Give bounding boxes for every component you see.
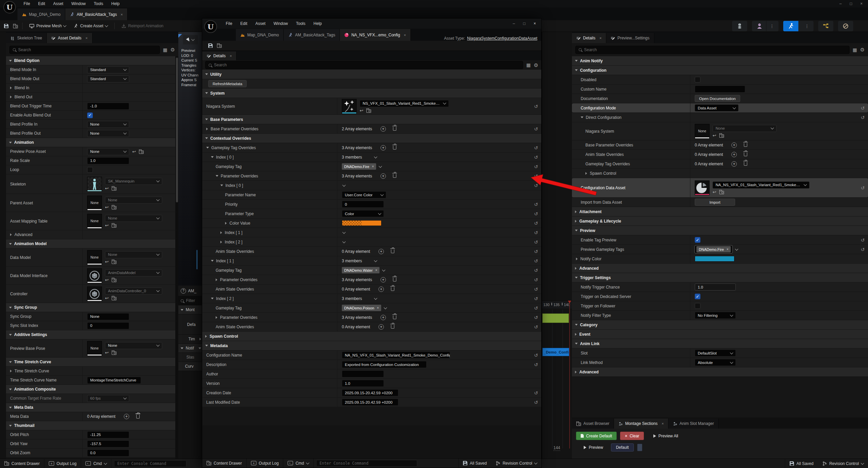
row-configuration-name[interactable]: Configuration NameNA_NS_VFX_01_Slash_Var… <box>202 351 541 360</box>
asset-thumbnail[interactable]: None <box>87 341 102 356</box>
row-gameplay-tag[interactable]: Gameplay TagDNADemo.Water×↺ <box>202 266 541 275</box>
collapse-arrow[interactable] <box>575 324 578 326</box>
collapse-arrow[interactable] <box>9 334 12 336</box>
preview-mesh-button[interactable]: Preview Mesh <box>27 22 68 30</box>
revision-control-button[interactable]: Revision Control <box>491 459 541 468</box>
add-array-element-icon[interactable]: + <box>380 145 386 150</box>
collapse-arrow[interactable] <box>575 69 578 71</box>
delete-array-icon[interactable] <box>744 162 747 166</box>
close-tab-icon[interactable]: × <box>661 421 663 426</box>
notify-event-bar[interactable]: _Demo_Confi <box>542 348 569 356</box>
reset-to-default-icon[interactable]: ↺ <box>534 296 538 301</box>
row-last-modified-date[interactable]: Last Modified Date2025.09.15-20.42.59 +0… <box>202 398 541 407</box>
collapse-arrow[interactable] <box>9 243 12 245</box>
row-preview-base-pose[interactable]: Preview Base PoseNoneNone↩ <box>6 340 175 357</box>
browse-to-asset-icon[interactable] <box>112 187 116 191</box>
row-blend-in[interactable]: Blend In <box>6 84 175 93</box>
use-selected-asset-icon[interactable]: ↩ <box>105 351 108 355</box>
delete-array-icon[interactable] <box>391 250 394 253</box>
expand-arrow[interactable] <box>575 371 577 373</box>
kebab-menu-icon[interactable]: ⋮ <box>770 24 774 28</box>
skeleton-mode-button[interactable] <box>732 21 747 31</box>
row-data-model-interface[interactable]: Data Model InterfaceAnimDataModel↩ <box>6 267 175 285</box>
expand-arrow[interactable] <box>575 333 577 336</box>
remove-tag-icon[interactable]: × <box>727 247 729 251</box>
section-event[interactable]: Event <box>572 330 868 339</box>
text-input[interactable]: -1.0 <box>87 103 129 110</box>
row-index-1[interactable]: Index [ 1 ]↺ <box>202 228 541 237</box>
expand-arrow[interactable] <box>585 172 587 175</box>
row-link-method[interactable]: Link MethodAbsolute <box>572 358 868 367</box>
collapse-arrow[interactable] <box>205 74 208 75</box>
minimize-button[interactable]: – <box>839 1 842 6</box>
section-animation[interactable]: Animation <box>6 138 175 147</box>
row-skeleton[interactable]: SkeletonSK_Mannequin↩ <box>6 174 175 194</box>
browse-to-asset-icon[interactable] <box>112 351 116 355</box>
section-sync-group[interactable]: Sync Group <box>6 303 175 312</box>
asset-thumbnail[interactable]: None <box>695 124 710 139</box>
delete-array-icon[interactable] <box>393 316 396 319</box>
expand-arrow[interactable] <box>181 348 183 349</box>
add-array-element-icon[interactable]: + <box>378 287 384 292</box>
row-index-0[interactable]: Index [ 0 ]3 members↺ <box>202 152 541 162</box>
asset-thumbnail[interactable]: None <box>87 250 102 265</box>
row-enable-tag-preview[interactable]: Enable Tag Preview✓↺ <box>572 235 868 245</box>
asset-dropdown[interactable]: AnimDataModel <box>105 269 162 276</box>
montage-section-row[interactable]: Mont <box>178 305 202 315</box>
reset-to-default-icon[interactable]: ↺ <box>534 287 538 292</box>
montage-filter-input[interactable]: Filter <box>178 296 202 305</box>
gameplay-tag-chip[interactable]: DNADemo.Water× <box>342 267 379 273</box>
reset-to-default-icon[interactable]: ↺ <box>534 154 538 160</box>
menu-edit[interactable]: Edit <box>34 0 49 7</box>
row-common-target-frame-rate[interactable]: Common Target Frame Rate60 fps <box>6 394 175 403</box>
collapse-arrow[interactable] <box>9 407 12 408</box>
reimport-animation-button[interactable]: Reimport Animation <box>119 22 166 30</box>
text-input[interactable]: NA_NS_VFX_01_Slash_Variant_Red1_Smoke_De… <box>342 351 450 358</box>
row-parameter-overrides[interactable]: Parameter Overrides3 Array elements+↺ <box>202 275 541 285</box>
minimize-button[interactable]: – <box>513 21 515 26</box>
asset-dropdown[interactable]: AnimDataController_0 <box>105 288 162 295</box>
tab-map-dna-demo[interactable]: Map_DNA_Demo <box>18 8 65 20</box>
montage-timeline-strip[interactable]: 130 135 140 _Demo_Confi 144 <box>542 32 572 459</box>
section-thumbnail[interactable]: Thumbnail <box>6 421 175 430</box>
expand-arrow[interactable] <box>225 222 227 225</box>
menu-window[interactable]: Window <box>67 0 90 7</box>
browse-to-asset-icon[interactable] <box>366 110 371 113</box>
collapse-arrow[interactable] <box>9 361 12 363</box>
add-array-element-icon[interactable]: + <box>732 161 737 167</box>
kebab-menu-icon[interactable]: ⋮ <box>805 24 809 28</box>
row-slot[interactable]: SlotDefaultSlot <box>572 349 868 358</box>
collapse-arrow[interactable] <box>205 92 208 94</box>
section-system[interactable]: System <box>202 89 541 98</box>
row-index-0[interactable]: Index [ 0 ]↺ <box>202 181 541 190</box>
timeline-zoom-handle[interactable] <box>196 250 197 269</box>
collapse-arrow[interactable] <box>9 142 12 143</box>
display-filter-icon[interactable]: ▦ <box>852 48 857 52</box>
section-gameplay-lifecycle[interactable]: Gameplay & Lifecycle <box>572 216 868 226</box>
collapse-arrow[interactable] <box>211 156 214 158</box>
section-anim-notify[interactable]: Anim Notify <box>572 56 868 66</box>
dropdown[interactable]: 60 fps <box>87 395 129 402</box>
row-orbit-yaw[interactable]: Orbit Yaw-157.5 <box>6 439 175 448</box>
reset-to-default-icon[interactable]: ↺ <box>861 115 865 120</box>
add-array-element-icon[interactable]: + <box>378 249 384 254</box>
expand-arrow[interactable] <box>10 233 12 236</box>
asset-dropdown[interactable]: None <box>105 251 162 258</box>
add-array-element-icon[interactable]: + <box>378 324 384 330</box>
dropdown[interactable]: User.Core Color <box>342 191 386 198</box>
text-input[interactable] <box>695 86 745 93</box>
add-array-element-icon[interactable]: + <box>732 142 737 148</box>
dropdown[interactable]: None <box>87 121 129 128</box>
tab-montage-sections[interactable]: Montage Sections × <box>614 418 669 429</box>
row-spawn-control[interactable]: Spawn Control <box>572 169 868 178</box>
section-meta-data[interactable]: Meta Data <box>6 403 175 412</box>
collapse-arrow[interactable] <box>575 277 578 279</box>
use-selected-asset-icon[interactable]: ↩ <box>105 186 108 191</box>
section-advanced[interactable]: Advanced <box>572 264 868 273</box>
reset-to-default-icon[interactable]: ↺ <box>534 202 538 207</box>
asset-dropdown[interactable]: None <box>105 215 162 222</box>
delete-array-icon[interactable] <box>744 143 747 147</box>
remove-tag-icon[interactable]: × <box>372 165 374 168</box>
reset-to-default-icon[interactable]: ↺ <box>534 239 538 245</box>
asset-thumbnail[interactable] <box>87 177 102 192</box>
